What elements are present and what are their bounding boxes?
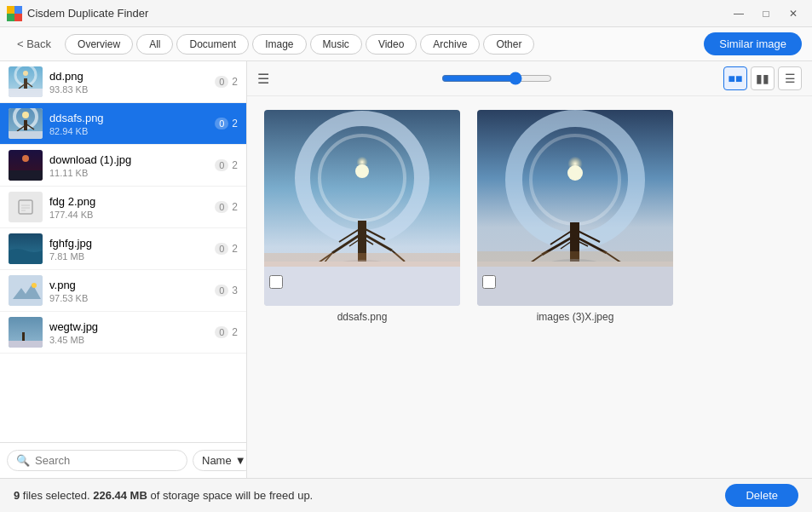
count-badge-0: 0 — [215, 285, 228, 296]
file-counts: 0 2 — [215, 76, 238, 88]
file-size: 97.53 KB — [49, 293, 208, 303]
count-value: 2 — [232, 243, 238, 255]
file-info: download (1).jpg 11.11 KB — [49, 153, 208, 178]
search-box: 🔍 — [7, 450, 187, 471]
file-info: fghfg.jpg 7.81 MB — [49, 237, 208, 262]
file-info: fdg 2.png 177.44 KB — [49, 195, 208, 220]
svg-rect-2 — [7, 14, 14, 21]
svg-rect-29 — [22, 332, 25, 341]
file-item-dd-png[interactable]: dd.png 93.83 KB 0 2 — [0, 61, 246, 103]
sort-button[interactable]: Name ▼ — [193, 450, 247, 471]
svg-rect-1 — [14, 6, 22, 14]
count-badge-0: 0 — [215, 159, 228, 171]
slider-container — [276, 72, 717, 85]
tab-all[interactable]: All — [136, 34, 173, 55]
count-value: 2 — [232, 118, 238, 129]
svg-point-53 — [567, 165, 583, 181]
file-item-ddsafs-png[interactable]: ddsafs.png 82.94 KB 0 2 — [0, 103, 246, 145]
image-checkbox-2[interactable] — [482, 275, 496, 289]
file-counts: 0 3 — [215, 285, 238, 296]
count-badge-0: 0 — [215, 76, 228, 88]
image-preview-2 — [477, 110, 673, 306]
tab-image[interactable]: Image — [252, 34, 306, 55]
image-checkbox-1[interactable] — [269, 275, 283, 289]
select-all-icon[interactable]: ☰ — [257, 71, 269, 87]
tab-video[interactable]: Video — [366, 34, 417, 55]
minimize-button[interactable]: — — [727, 4, 751, 23]
svg-rect-17 — [9, 131, 43, 139]
file-counts: 0 2 — [215, 159, 238, 171]
svg-rect-64 — [477, 262, 673, 306]
file-item-v-png[interactable]: v.png 97.53 KB 0 3 — [0, 270, 246, 312]
status-text: 9 files selected. 226.44 MB of storage s… — [14, 489, 313, 502]
sort-label: Name — [202, 454, 232, 467]
file-thumbnail — [9, 150, 43, 181]
app-icon — [7, 6, 22, 21]
file-thumbnail — [9, 275, 43, 306]
tab-music[interactable]: Music — [310, 34, 362, 55]
delete-button[interactable]: Delete — [725, 484, 798, 507]
file-name: dd.png — [49, 70, 208, 83]
svg-point-13 — [22, 112, 29, 118]
file-thumbnail — [9, 192, 43, 222]
svg-rect-48 — [264, 253, 460, 267]
view-list-button[interactable]: ▮▮ — [751, 66, 775, 90]
file-size: 3.45 MB — [49, 335, 208, 345]
tab-archive[interactable]: Archive — [420, 34, 480, 55]
view-detail-button[interactable]: ☰ — [778, 66, 802, 90]
file-counts: 0 2 — [215, 118, 238, 129]
svg-rect-10 — [9, 89, 43, 97]
file-size: 82.94 KB — [49, 126, 208, 136]
file-thumbnail — [9, 66, 43, 97]
tab-overview[interactable]: Overview — [65, 34, 133, 55]
file-size: 11.11 KB — [49, 168, 208, 178]
count-badge-0: 0 — [215, 201, 228, 213]
file-thumbnail — [9, 317, 43, 348]
count-badge-0: 0 — [215, 118, 228, 129]
file-size: 93.83 KB — [49, 84, 208, 95]
panel-toolbar: ☰ ■■ ▮▮ ☰ — [247, 61, 812, 96]
storage-amount: 226.44 MB — [93, 489, 147, 502]
file-thumbnail — [9, 233, 43, 264]
file-name: fghfg.jpg — [49, 237, 208, 250]
close-button[interactable]: ✕ — [781, 4, 805, 23]
file-info: v.png 97.53 KB — [49, 279, 208, 303]
search-input[interactable] — [35, 454, 178, 467]
file-name: download (1).jpg — [49, 153, 208, 166]
files-selected-count: 9 — [14, 489, 20, 502]
tab-other[interactable]: Other — [483, 34, 534, 55]
file-info: wegtw.jpg 3.45 MB — [49, 320, 208, 345]
svg-point-19 — [22, 155, 29, 162]
image-grid: ddsafs.png — [247, 96, 812, 478]
sidebar-bottom: 🔍 Name ▼ — [0, 442, 246, 478]
svg-rect-30 — [9, 341, 43, 348]
file-item-download-jpg[interactable]: download (1).jpg 11.11 KB 0 2 — [0, 145, 246, 187]
svg-rect-47 — [264, 262, 460, 306]
file-item-wegtw-jpg[interactable]: wegtw.jpg 3.45 MB 0 2 — [0, 312, 246, 354]
file-name: ddsafs.png — [49, 112, 208, 124]
title-bar-left: Cisdem Duplicate Finder — [7, 6, 148, 21]
file-name: wegtw.jpg — [49, 320, 208, 333]
image-card-1: ddsafs.png — [264, 110, 460, 323]
view-grid-button[interactable]: ■■ — [723, 66, 747, 90]
right-panel: ☰ ■■ ▮▮ ☰ — [247, 61, 812, 478]
count-badge-0: 0 — [215, 243, 228, 255]
maximize-button[interactable]: □ — [754, 4, 778, 23]
back-button[interactable]: < Back — [10, 34, 58, 54]
tab-document[interactable]: Document — [176, 34, 249, 55]
file-item-fghfg-jpg[interactable]: fghfg.jpg 7.81 MB 0 2 — [0, 228, 246, 270]
nav-tabs: Overview All Document Image Music Video … — [65, 34, 534, 55]
main-content: dd.png 93.83 KB 0 2 — [0, 61, 812, 478]
file-counts: 0 2 — [215, 326, 238, 338]
image-card-2: images (3)X.jpeg — [477, 110, 673, 323]
file-item-fdg2-png[interactable]: fdg 2.png 177.44 KB 0 2 — [0, 187, 246, 228]
files-label: files selected. — [23, 489, 93, 502]
file-list: dd.png 93.83 KB 0 2 — [0, 61, 246, 442]
svg-rect-26 — [9, 275, 43, 306]
status-bar: 9 files selected. 226.44 MB of storage s… — [0, 478, 812, 512]
search-icon: 🔍 — [16, 454, 30, 467]
image-label-2: images (3)X.jpeg — [537, 311, 614, 323]
file-name: v.png — [49, 279, 208, 291]
zoom-slider[interactable] — [441, 72, 552, 85]
similar-image-button[interactable]: Similar image — [704, 32, 802, 55]
